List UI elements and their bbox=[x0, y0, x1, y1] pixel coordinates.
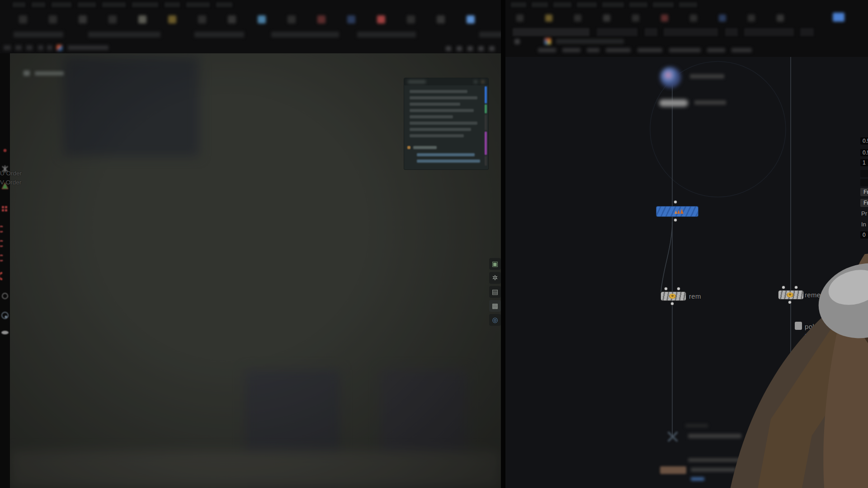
right-toolbar-tool-5[interactable] bbox=[661, 14, 668, 22]
network-menu-item-4[interactable] bbox=[637, 48, 662, 52]
right-menu-item-2[interactable] bbox=[553, 2, 571, 7]
network-menu-item-6[interactable] bbox=[707, 48, 725, 52]
snap-tools-icons[interactable] bbox=[0, 53, 10, 488]
param-value-1[interactable]: 0.5 bbox=[860, 149, 868, 156]
left-playbar-icon-0[interactable] bbox=[4, 45, 11, 50]
right-toolbar-tool-2[interactable] bbox=[574, 14, 581, 22]
left-playbar-icon-2[interactable] bbox=[26, 45, 33, 50]
left-shelf-tool-7[interactable] bbox=[228, 15, 236, 23]
left-shelf-tool-5[interactable] bbox=[168, 15, 176, 23]
null-node-2[interactable]: ✕ bbox=[778, 430, 797, 445]
right-menu-item-0[interactable] bbox=[511, 2, 526, 7]
network-menu-item-5[interactable] bbox=[669, 48, 701, 52]
texture-view-icon[interactable]: ▩ bbox=[489, 300, 501, 312]
path-home-icon[interactable] bbox=[514, 39, 520, 44]
left-shelf-tool-11[interactable] bbox=[347, 15, 355, 23]
left-playbar-icon-1[interactable] bbox=[15, 45, 22, 50]
param-value-offset[interactable]: 0 bbox=[860, 231, 868, 239]
left-menu-item-4[interactable] bbox=[102, 2, 126, 7]
rop-node-1[interactable] bbox=[660, 466, 686, 474]
right-menu-item-6[interactable] bbox=[653, 2, 674, 7]
left-shelf-tool-15[interactable] bbox=[467, 15, 475, 23]
param-value-v-order[interactable] bbox=[860, 179, 868, 186]
right-pane-tab-5[interactable] bbox=[744, 28, 794, 36]
left-shelf-tool-0[interactable] bbox=[19, 15, 27, 23]
param-dropdown-paste-attributes[interactable]: Fro bbox=[860, 199, 868, 207]
right-pane-tab-6[interactable] bbox=[800, 28, 814, 36]
network-menu-item-1[interactable] bbox=[562, 48, 580, 52]
left-shelf-tab-4[interactable] bbox=[357, 32, 416, 38]
polyreduce-node[interactable] bbox=[795, 322, 802, 330]
slate-icon[interactable]: ▤ bbox=[489, 286, 501, 298]
panel-close-blob[interactable] bbox=[481, 80, 485, 84]
color-swatch-icon[interactable] bbox=[57, 45, 62, 51]
network-menu-item-0[interactable] bbox=[538, 48, 556, 52]
network-menu-item-7[interactable] bbox=[731, 48, 752, 52]
right-toolbar-tool-9[interactable] bbox=[777, 14, 784, 22]
right-menu-item-5[interactable] bbox=[629, 2, 647, 7]
tree-row-4[interactable] bbox=[410, 115, 453, 118]
tree-row-1[interactable] bbox=[410, 96, 477, 99]
tree-row-5[interactable] bbox=[410, 122, 477, 125]
left-shelf-tool-3[interactable] bbox=[108, 15, 117, 23]
remesh11-input-dot-a[interactable] bbox=[782, 286, 785, 289]
param-value-u-order[interactable] bbox=[860, 170, 868, 177]
viewport-header-icon-0[interactable] bbox=[446, 46, 451, 51]
right-pane-tab-0[interactable] bbox=[513, 28, 590, 36]
blurred-node[interactable] bbox=[659, 99, 688, 107]
left-menu-item-7[interactable] bbox=[186, 2, 210, 7]
right-toolbar-tool-4[interactable] bbox=[632, 14, 639, 22]
right-toolbar-tool-1[interactable] bbox=[545, 14, 552, 22]
right-menu-item-4[interactable] bbox=[602, 2, 624, 7]
left-shelf-tool-2[interactable] bbox=[79, 15, 87, 23]
tree-scrollbar-seg-0[interactable] bbox=[485, 86, 487, 103]
selected-node-output-dot[interactable] bbox=[674, 219, 677, 221]
left-shelf-tool-4[interactable] bbox=[138, 15, 146, 23]
param-check-pr[interactable]: Pr bbox=[861, 210, 867, 217]
left-shelf-tab-1[interactable] bbox=[88, 32, 160, 38]
selected-node[interactable] bbox=[656, 206, 698, 216]
left-menu-item-3[interactable] bbox=[78, 2, 96, 7]
viewport-header-icon-3[interactable] bbox=[478, 46, 484, 51]
right-pane-tab-4[interactable] bbox=[725, 28, 738, 36]
right-menu-item-7[interactable] bbox=[679, 2, 697, 7]
pin-icon[interactable]: ◎ bbox=[489, 314, 501, 326]
right-toolbar-tool-6[interactable] bbox=[690, 14, 697, 22]
viewport-header-icon-4[interactable] bbox=[489, 46, 495, 51]
right-toolbar-tool-8[interactable] bbox=[748, 14, 755, 22]
left-shelf-tool-6[interactable] bbox=[198, 15, 206, 23]
remesh-node-1[interactable] bbox=[661, 292, 686, 300]
remesh11-output-dot[interactable] bbox=[788, 301, 791, 304]
left-shelf-tool-9[interactable] bbox=[288, 15, 296, 23]
sticky-image-node[interactable] bbox=[654, 67, 687, 90]
left-shelf-tool-8[interactable] bbox=[258, 15, 266, 23]
left-playbar-icon-4[interactable] bbox=[47, 45, 52, 50]
param-value-trim-curve[interactable]: 1 bbox=[860, 159, 868, 166]
left-shelf-tab-2[interactable] bbox=[194, 32, 244, 38]
right-menu-item-1[interactable] bbox=[532, 2, 548, 7]
panel-icon-blob[interactable] bbox=[474, 80, 477, 84]
null-node-1[interactable]: ✕ bbox=[664, 430, 682, 445]
network-path-blob[interactable] bbox=[556, 39, 624, 44]
tree-row-6[interactable] bbox=[410, 128, 471, 131]
fan-handle-icon[interactable]: ✲ bbox=[489, 272, 501, 284]
left-shelf-tool-1[interactable] bbox=[49, 15, 57, 23]
right-toolbar-blue-tool[interactable] bbox=[833, 13, 844, 22]
remesh1-input-dot-b[interactable] bbox=[677, 287, 680, 290]
left-menu-item-5[interactable] bbox=[132, 2, 158, 7]
left-shelf-tool-10[interactable] bbox=[317, 15, 326, 23]
left-shelf-tab-0[interactable] bbox=[14, 32, 63, 38]
right-pane-tab-3[interactable] bbox=[664, 28, 718, 36]
selected-node-input-dot[interactable] bbox=[674, 201, 677, 203]
left-menu-item-2[interactable] bbox=[52, 2, 71, 7]
left-menu-item-0[interactable] bbox=[13, 2, 25, 7]
right-toolbar-tool-7[interactable] bbox=[719, 14, 726, 22]
left-menu-item-6[interactable] bbox=[165, 2, 180, 7]
network-menu-item-3[interactable] bbox=[606, 48, 631, 52]
right-toolbar-tool-3[interactable] bbox=[603, 14, 610, 22]
tree-row-0[interactable] bbox=[410, 90, 467, 93]
camera-icon[interactable]: ▣ bbox=[489, 258, 501, 270]
left-menu-item-1[interactable] bbox=[32, 2, 45, 7]
rop-node-2[interactable] bbox=[778, 466, 804, 474]
viewport-header-icon-2[interactable] bbox=[467, 46, 473, 51]
